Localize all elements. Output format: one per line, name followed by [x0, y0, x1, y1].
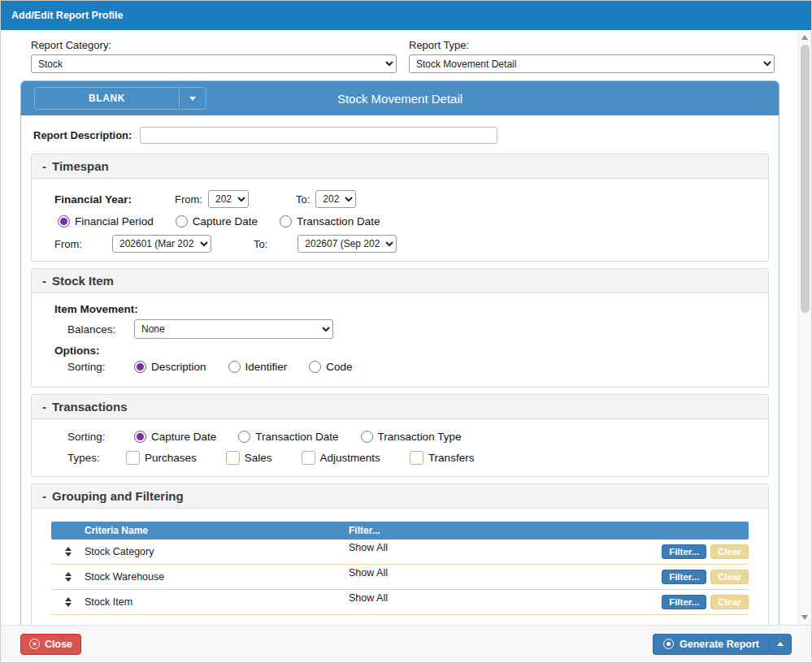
clear-button[interactable]: Clear: [710, 595, 749, 609]
collapse-icon: -: [42, 274, 46, 288]
transaction-date-radio[interactable]: [280, 215, 292, 228]
scrollbar-thumb[interactable]: [801, 45, 810, 313]
fy-to-select[interactable]: 2026: [315, 190, 356, 208]
filter-button[interactable]: Filter...: [662, 570, 706, 584]
capture-date-sort-label: Capture Date: [151, 431, 216, 443]
filter-button[interactable]: Filter...: [662, 544, 706, 559]
clear-button[interactable]: Clear: [710, 570, 749, 584]
timespan-section-header[interactable]: - Timespan: [31, 154, 769, 179]
checkbox-option-sales: Sales: [226, 451, 272, 465]
timespan-section-title: Timespan: [52, 159, 109, 173]
clear-button[interactable]: Clear: [710, 544, 749, 559]
chevron-up-icon: [777, 642, 784, 646]
sales-checkbox[interactable]: [226, 451, 240, 465]
generate-report-split-button: Generate Report: [653, 634, 792, 655]
capture-date-radio[interactable]: [176, 215, 188, 228]
criteria-table-header: Criteria Name Filter...: [51, 522, 749, 540]
balances-row: Balances: None: [67, 319, 757, 339]
adjustments-label: Adjustments: [320, 452, 380, 464]
period-from-select[interactable]: 202601 (Mar 2025): [112, 235, 211, 253]
purchases-checkbox[interactable]: [126, 451, 140, 465]
transaction-date-sort-radio[interactable]: [238, 431, 250, 443]
criteria-name: Stock Category: [85, 546, 349, 557]
report-selectors-row: Report Category: Stock Report Type: Stoc…: [1, 30, 800, 80]
drag-handle-icon[interactable]: [51, 572, 85, 582]
transfers-label: Transfers: [428, 452, 475, 464]
radio-option-capture-date: Capture Date: [176, 215, 258, 228]
chevron-down-icon: [189, 97, 196, 101]
table-row: Stock Item Show All Filter... Clear: [51, 590, 749, 615]
stock-sorting-row: Sorting: Description Identifier: [67, 361, 757, 373]
close-circle-icon: [29, 639, 40, 649]
adjustments-checkbox[interactable]: [302, 451, 315, 465]
timespan-mode-row: Financial Period Capture Date Transactio…: [58, 215, 757, 228]
report-description-label: Report Description:: [33, 129, 132, 141]
grouping-filtering-section-header[interactable]: - Grouping and Filtering: [31, 483, 769, 509]
stock-item-section-body: Item Movement: Balances: None Options: S…: [31, 293, 769, 388]
drag-handle-icon[interactable]: [51, 547, 85, 557]
scroll-up-icon[interactable]: [801, 35, 808, 40]
generate-report-button[interactable]: Generate Report: [653, 634, 769, 655]
profile-name-dropdown-button[interactable]: [179, 87, 206, 110]
generate-report-dropdown-button[interactable]: [769, 634, 792, 655]
purchases-label: Purchases: [145, 452, 197, 464]
add-edit-report-profile-dialog: Add/Edit Report Profile Report Category:…: [0, 0, 812, 663]
radio-option-transaction-type-sort: Transaction Type: [361, 431, 462, 443]
report-profile-panel-header: BLANK Stock Movement Detail: [21, 81, 779, 115]
transaction-type-sort-radio[interactable]: [361, 431, 373, 443]
transactions-section-title: Transactions: [52, 400, 128, 414]
report-type-label: Report Type:: [409, 39, 775, 51]
balances-select[interactable]: None: [134, 319, 333, 339]
period-from-label: From:: [54, 238, 82, 250]
criteria-filter-value: Show All: [349, 565, 662, 578]
fy-from-label: From:: [175, 193, 202, 206]
criteria-filter-value: Show All: [349, 590, 662, 604]
identifier-radio[interactable]: [228, 361, 241, 373]
fy-to-label: To:: [296, 193, 310, 206]
transactions-section-header[interactable]: - Transactions: [31, 394, 769, 419]
collapse-icon: -: [42, 159, 46, 173]
close-button-label: Close: [45, 639, 72, 650]
capture-date-label: Capture Date: [193, 215, 258, 228]
item-movement-label: Item Movement:: [54, 303, 757, 315]
profile-name-button[interactable]: BLANK: [34, 87, 179, 110]
radio-option-identifier: Identifier: [228, 361, 288, 373]
report-type-select[interactable]: Stock Movement Detail: [409, 54, 775, 73]
close-button[interactable]: Close: [20, 634, 81, 655]
scroll-down-icon[interactable]: [801, 615, 808, 620]
period-to-select[interactable]: 202607 (Sep 2025): [297, 235, 397, 253]
description-radio[interactable]: [134, 361, 146, 373]
transactions-sorting-options: Capture Date Transaction Date Transactio…: [134, 431, 461, 443]
filter-button[interactable]: Filter...: [662, 595, 706, 609]
row-actions: Filter... Clear: [662, 570, 749, 584]
row-actions: Filter... Clear: [662, 544, 749, 559]
vertical-scrollbar[interactable]: [798, 30, 811, 625]
report-type-field: Report Type: Stock Movement Detail: [409, 39, 775, 73]
checkbox-option-transfers: Transfers: [410, 451, 475, 465]
description-label: Description: [151, 361, 206, 373]
criteria-name: Stock Warehouse: [85, 571, 349, 583]
transfers-checkbox[interactable]: [410, 451, 423, 465]
stock-item-section-header[interactable]: - Stock Item: [31, 268, 769, 293]
grouping-filtering-section-body: Criteria Name Filter... Stock Category S…: [31, 509, 769, 625]
dialog-title: Add/Edit Report Profile: [11, 10, 124, 21]
dialog-footer: Close Generate Report: [1, 625, 811, 662]
financial-year-row: Financial Year: From: 2026 To: 2026: [54, 190, 757, 208]
fy-from-select[interactable]: 2026: [208, 190, 249, 208]
capture-date-sort-radio[interactable]: [134, 431, 146, 443]
drag-handle-icon[interactable]: [51, 597, 85, 607]
transaction-types-row: Types: Purchases Sales: [67, 451, 757, 465]
timespan-section: - Timespan Financial Year: From: 2026 To…: [31, 154, 769, 262]
dialog-titlebar: Add/Edit Report Profile: [1, 1, 811, 30]
report-category-field: Report Category: Stock: [31, 39, 397, 73]
report-category-select[interactable]: Stock: [31, 54, 397, 73]
code-radio[interactable]: [309, 361, 321, 373]
code-label: Code: [326, 361, 352, 373]
report-description-input[interactable]: [140, 127, 497, 144]
stock-item-section-title: Stock Item: [52, 274, 114, 288]
report-category-label: Report Category:: [31, 39, 397, 51]
checkbox-option-purchases: Purchases: [126, 451, 197, 465]
financial-period-radio[interactable]: [58, 215, 70, 228]
radio-option-code: Code: [309, 361, 352, 373]
profile-name-split-button: BLANK: [34, 87, 206, 110]
